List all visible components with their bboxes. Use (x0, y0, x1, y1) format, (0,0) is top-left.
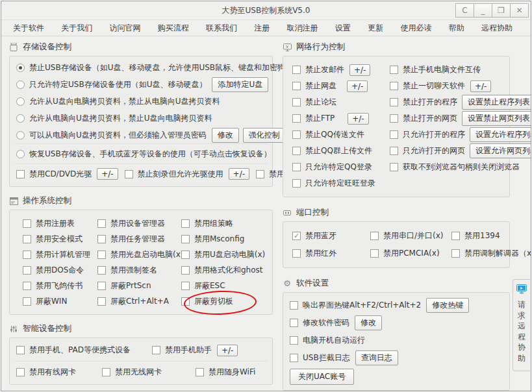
query-log-button[interactable]: 查询日志 (355, 350, 398, 365)
checkbox[interactable] (23, 282, 31, 290)
enhanced-control-button[interactable]: 强化控制 (243, 128, 286, 143)
close-uac-button[interactable]: 关闭UAC账号 (290, 369, 354, 385)
checkbox-disable-portable-wifi[interactable] (196, 368, 204, 376)
checkbox-label: 只允许打开的网页 (403, 145, 465, 156)
checkbox[interactable] (23, 297, 31, 306)
plus-minus-button[interactable]: +/- (347, 80, 368, 92)
checkbox[interactable] (181, 235, 190, 243)
checkbox[interactable] (23, 251, 31, 259)
menu-purchase[interactable]: 购买流程 (158, 23, 189, 34)
radio-restore-usb-devices[interactable] (16, 150, 25, 158)
checkbox[interactable] (292, 249, 301, 258)
checkbox[interactable] (390, 98, 398, 106)
minimize-icon[interactable]: _ (474, 3, 492, 18)
plus-minus-button[interactable]: +/- (97, 168, 118, 180)
checkbox[interactable] (181, 266, 190, 275)
checkbox[interactable] (292, 82, 301, 90)
refresh-icon[interactable]: C (455, 3, 474, 18)
plus-minus-button[interactable]: +/- (229, 168, 249, 180)
checkbox[interactable] (390, 66, 398, 74)
checkbox[interactable] (97, 266, 106, 275)
plus-minus-button[interactable]: +/- (470, 80, 491, 92)
checkbox[interactable] (23, 266, 31, 275)
menu-about-us[interactable]: 关于我们 (61, 23, 92, 34)
menu-contact[interactable]: 联系我们 (206, 23, 237, 34)
checkbox-no-burn-allow-drive[interactable] (125, 170, 133, 178)
checkbox[interactable] (97, 251, 106, 259)
menu-unregister[interactable]: 取消注册 (287, 23, 318, 34)
checkbox-label: 禁用光盘启动电脑(x) (110, 249, 183, 260)
maximize-icon[interactable]: ❐ (492, 3, 511, 18)
menu-help[interactable]: 帮助 (449, 23, 464, 34)
checkbox[interactable] (451, 232, 460, 240)
checkbox-label: 只允许打开的程序 (403, 129, 465, 140)
checkbox[interactable] (390, 147, 398, 155)
set-allowed-programs-button[interactable]: 设置允许程序列表 (470, 127, 531, 142)
set-allowed-webpages-button[interactable]: 设置允许网页列表 (470, 143, 531, 158)
menu-about-software[interactable]: 关于软件 (13, 23, 44, 34)
menu-readme[interactable]: 使用必读 (400, 23, 431, 34)
checkbox[interactable] (292, 147, 301, 155)
checkbox[interactable] (97, 235, 106, 243)
checkbox[interactable] (292, 66, 301, 74)
settings-row: 关闭UAC账号 (283, 367, 509, 386)
checkbox-hotkey[interactable] (290, 301, 298, 310)
checkbox-disable-phone-assistant[interactable] (152, 346, 160, 354)
checkbox-disable-floppy[interactable] (256, 170, 264, 178)
menu-update[interactable]: 更新 (368, 23, 383, 34)
checkbox[interactable] (390, 163, 398, 171)
checkbox[interactable] (181, 251, 190, 259)
checkbox[interactable] (370, 232, 379, 240)
checkbox[interactable] (292, 98, 301, 106)
modify-password-button[interactable]: 修改 (212, 128, 239, 143)
checkbox[interactable] (97, 282, 106, 290)
checkbox[interactable] (390, 114, 398, 123)
menu-remote-assist[interactable]: 远程协助 (481, 23, 513, 34)
add-specific-usb-button[interactable]: 添加特定U盘 (212, 77, 268, 92)
checkbox[interactable] (292, 130, 301, 139)
plus-minus-button[interactable]: +/- (349, 64, 370, 76)
radio-pc-to-usb-only[interactable] (16, 114, 25, 123)
checkbox-disable-bluetooth[interactable]: ✓ (292, 232, 301, 240)
checkbox-label: 禁用调制解调器（x） (464, 248, 531, 259)
set-blocked-webpages-button[interactable]: 设置禁止网页列表 (462, 111, 531, 126)
checkbox-disable-wired-nic[interactable] (16, 368, 25, 376)
set-blocked-programs-button[interactable]: 设置禁止程序列表 (462, 95, 531, 110)
checkbox[interactable] (292, 114, 301, 123)
menu-visit-site[interactable]: 访问官网 (110, 23, 141, 34)
checkbox[interactable] (370, 249, 379, 258)
modify-button[interactable]: 修改 (355, 315, 382, 330)
checkbox[interactable] (390, 130, 398, 139)
checkbox[interactable] (292, 163, 301, 171)
menu-settings[interactable]: 设置 (335, 23, 351, 34)
menu-register[interactable]: 注册 (254, 23, 270, 34)
modify-hotkey-button[interactable]: 修改热键 (426, 298, 469, 313)
checkbox[interactable] (181, 297, 190, 306)
radio-usb-to-pc-only[interactable] (16, 97, 25, 106)
checkbox[interactable] (292, 179, 301, 188)
checkbox-usb-log[interactable] (290, 354, 298, 362)
radio-allow-specific-usb[interactable] (16, 80, 25, 89)
checkbox-disable-phone-pad[interactable] (16, 346, 25, 354)
checkbox[interactable] (390, 82, 398, 90)
checkbox[interactable] (23, 219, 31, 228)
remote-assist-tab[interactable]: 请求远程协助 (513, 279, 530, 371)
plus-minus-button[interactable]: +/- (348, 113, 368, 125)
plus-minus-button[interactable]: +/- (217, 345, 238, 356)
checkbox[interactable] (451, 249, 460, 258)
checkbox[interactable] (181, 282, 190, 290)
checkbox-disable-wireless-nic[interactable] (102, 368, 110, 376)
checkbox-autorun[interactable] (290, 336, 298, 345)
checkbox[interactable] (97, 297, 106, 306)
checkbox[interactable] (97, 219, 106, 228)
checkbox-label: 禁用任务管理器 (110, 234, 165, 245)
radio-disable-usb-storage[interactable] (16, 64, 25, 72)
close-icon[interactable]: ✕ (510, 3, 529, 18)
os-checkbox-item: 禁用DOS命令 (23, 262, 97, 278)
checkbox-disable-cddvd[interactable] (16, 170, 25, 178)
checkbox[interactable] (23, 235, 31, 243)
checkbox[interactable] (181, 219, 190, 228)
radio-copy-with-password[interactable] (16, 131, 25, 140)
checkbox-change-password[interactable] (290, 319, 298, 327)
checkbox-label: 屏蔽ESC (194, 280, 225, 291)
